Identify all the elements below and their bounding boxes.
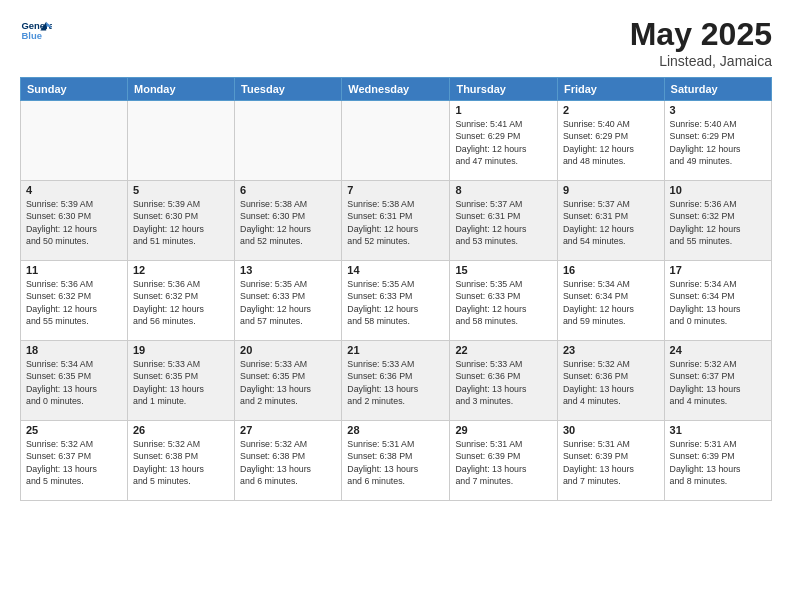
day-info: Sunrise: 5:34 AM Sunset: 6:34 PM Dayligh… [563,278,659,327]
header: General Blue May 2025 Linstead, Jamaica [20,16,772,69]
table-row: 7Sunrise: 5:38 AM Sunset: 6:31 PM Daylig… [342,181,450,261]
col-monday: Monday [128,78,235,101]
day-info: Sunrise: 5:31 AM Sunset: 6:39 PM Dayligh… [563,438,659,487]
day-number: 22 [455,344,552,356]
day-info: Sunrise: 5:40 AM Sunset: 6:29 PM Dayligh… [670,118,766,167]
day-info: Sunrise: 5:35 AM Sunset: 6:33 PM Dayligh… [240,278,336,327]
table-row: 28Sunrise: 5:31 AM Sunset: 6:38 PM Dayli… [342,421,450,501]
day-info: Sunrise: 5:33 AM Sunset: 6:35 PM Dayligh… [240,358,336,407]
day-number: 9 [563,184,659,196]
table-row: 20Sunrise: 5:33 AM Sunset: 6:35 PM Dayli… [235,341,342,421]
table-row: 25Sunrise: 5:32 AM Sunset: 6:37 PM Dayli… [21,421,128,501]
day-info: Sunrise: 5:31 AM Sunset: 6:39 PM Dayligh… [455,438,552,487]
location-subtitle: Linstead, Jamaica [630,53,772,69]
table-row: 24Sunrise: 5:32 AM Sunset: 6:37 PM Dayli… [664,341,771,421]
day-info: Sunrise: 5:32 AM Sunset: 6:38 PM Dayligh… [240,438,336,487]
day-info: Sunrise: 5:33 AM Sunset: 6:36 PM Dayligh… [455,358,552,407]
day-number: 23 [563,344,659,356]
day-number: 20 [240,344,336,356]
day-info: Sunrise: 5:32 AM Sunset: 6:37 PM Dayligh… [670,358,766,407]
day-number: 16 [563,264,659,276]
table-row: 10Sunrise: 5:36 AM Sunset: 6:32 PM Dayli… [664,181,771,261]
calendar-table: Sunday Monday Tuesday Wednesday Thursday… [20,77,772,501]
table-row: 13Sunrise: 5:35 AM Sunset: 6:33 PM Dayli… [235,261,342,341]
table-row: 16Sunrise: 5:34 AM Sunset: 6:34 PM Dayli… [557,261,664,341]
table-row [21,101,128,181]
col-tuesday: Tuesday [235,78,342,101]
table-row: 22Sunrise: 5:33 AM Sunset: 6:36 PM Dayli… [450,341,558,421]
day-number: 14 [347,264,444,276]
day-number: 4 [26,184,122,196]
day-info: Sunrise: 5:33 AM Sunset: 6:35 PM Dayligh… [133,358,229,407]
calendar-week-row: 11Sunrise: 5:36 AM Sunset: 6:32 PM Dayli… [21,261,772,341]
table-row: 31Sunrise: 5:31 AM Sunset: 6:39 PM Dayli… [664,421,771,501]
day-number: 3 [670,104,766,116]
calendar-week-row: 1Sunrise: 5:41 AM Sunset: 6:29 PM Daylig… [21,101,772,181]
table-row: 15Sunrise: 5:35 AM Sunset: 6:33 PM Dayli… [450,261,558,341]
day-number: 2 [563,104,659,116]
day-info: Sunrise: 5:33 AM Sunset: 6:36 PM Dayligh… [347,358,444,407]
col-thursday: Thursday [450,78,558,101]
day-info: Sunrise: 5:36 AM Sunset: 6:32 PM Dayligh… [670,198,766,247]
day-info: Sunrise: 5:38 AM Sunset: 6:31 PM Dayligh… [347,198,444,247]
day-number: 7 [347,184,444,196]
day-number: 18 [26,344,122,356]
day-number: 19 [133,344,229,356]
col-saturday: Saturday [664,78,771,101]
day-number: 10 [670,184,766,196]
col-wednesday: Wednesday [342,78,450,101]
day-info: Sunrise: 5:36 AM Sunset: 6:32 PM Dayligh… [26,278,122,327]
day-info: Sunrise: 5:34 AM Sunset: 6:35 PM Dayligh… [26,358,122,407]
day-number: 28 [347,424,444,436]
logo-icon: General Blue [20,16,52,48]
day-info: Sunrise: 5:38 AM Sunset: 6:30 PM Dayligh… [240,198,336,247]
day-number: 26 [133,424,229,436]
logo: General Blue [20,16,52,48]
calendar-week-row: 25Sunrise: 5:32 AM Sunset: 6:37 PM Dayli… [21,421,772,501]
table-row: 6Sunrise: 5:38 AM Sunset: 6:30 PM Daylig… [235,181,342,261]
day-number: 27 [240,424,336,436]
day-info: Sunrise: 5:31 AM Sunset: 6:38 PM Dayligh… [347,438,444,487]
day-info: Sunrise: 5:41 AM Sunset: 6:29 PM Dayligh… [455,118,552,167]
day-number: 17 [670,264,766,276]
col-friday: Friday [557,78,664,101]
day-info: Sunrise: 5:37 AM Sunset: 6:31 PM Dayligh… [563,198,659,247]
table-row: 5Sunrise: 5:39 AM Sunset: 6:30 PM Daylig… [128,181,235,261]
table-row: 19Sunrise: 5:33 AM Sunset: 6:35 PM Dayli… [128,341,235,421]
day-info: Sunrise: 5:35 AM Sunset: 6:33 PM Dayligh… [455,278,552,327]
day-number: 15 [455,264,552,276]
table-row: 27Sunrise: 5:32 AM Sunset: 6:38 PM Dayli… [235,421,342,501]
day-info: Sunrise: 5:36 AM Sunset: 6:32 PM Dayligh… [133,278,229,327]
month-title: May 2025 [630,16,772,53]
table-row [128,101,235,181]
calendar-week-row: 18Sunrise: 5:34 AM Sunset: 6:35 PM Dayli… [21,341,772,421]
day-info: Sunrise: 5:34 AM Sunset: 6:34 PM Dayligh… [670,278,766,327]
table-row: 9Sunrise: 5:37 AM Sunset: 6:31 PM Daylig… [557,181,664,261]
table-row: 11Sunrise: 5:36 AM Sunset: 6:32 PM Dayli… [21,261,128,341]
svg-text:Blue: Blue [21,30,41,41]
day-number: 29 [455,424,552,436]
table-row: 8Sunrise: 5:37 AM Sunset: 6:31 PM Daylig… [450,181,558,261]
day-info: Sunrise: 5:32 AM Sunset: 6:37 PM Dayligh… [26,438,122,487]
table-row: 21Sunrise: 5:33 AM Sunset: 6:36 PM Dayli… [342,341,450,421]
calendar-week-row: 4Sunrise: 5:39 AM Sunset: 6:30 PM Daylig… [21,181,772,261]
table-row: 1Sunrise: 5:41 AM Sunset: 6:29 PM Daylig… [450,101,558,181]
table-row: 17Sunrise: 5:34 AM Sunset: 6:34 PM Dayli… [664,261,771,341]
day-info: Sunrise: 5:37 AM Sunset: 6:31 PM Dayligh… [455,198,552,247]
table-row: 30Sunrise: 5:31 AM Sunset: 6:39 PM Dayli… [557,421,664,501]
table-row: 29Sunrise: 5:31 AM Sunset: 6:39 PM Dayli… [450,421,558,501]
day-number: 31 [670,424,766,436]
col-sunday: Sunday [21,78,128,101]
day-number: 25 [26,424,122,436]
day-number: 11 [26,264,122,276]
day-info: Sunrise: 5:32 AM Sunset: 6:36 PM Dayligh… [563,358,659,407]
day-number: 1 [455,104,552,116]
table-row: 14Sunrise: 5:35 AM Sunset: 6:33 PM Dayli… [342,261,450,341]
day-number: 21 [347,344,444,356]
calendar-header-row: Sunday Monday Tuesday Wednesday Thursday… [21,78,772,101]
table-row: 26Sunrise: 5:32 AM Sunset: 6:38 PM Dayli… [128,421,235,501]
day-number: 24 [670,344,766,356]
day-number: 13 [240,264,336,276]
table-row: 3Sunrise: 5:40 AM Sunset: 6:29 PM Daylig… [664,101,771,181]
table-row [235,101,342,181]
